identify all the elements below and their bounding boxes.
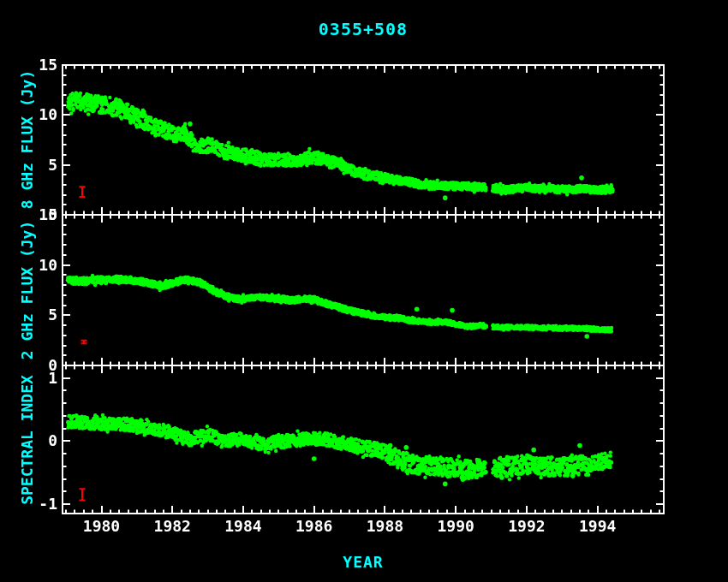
chart-canvas <box>0 0 728 582</box>
y-tick-label: 5 <box>13 157 57 174</box>
x-tick-label: 1980 <box>68 517 136 535</box>
y-tick-label: 1 <box>13 370 57 387</box>
y-tick-label: 0 <box>13 432 57 449</box>
y-axis-title-8ghz-flux: 8 GHz FLUX (Jy) <box>18 70 36 210</box>
y-tick-label: 5 <box>13 306 57 324</box>
y-tick-label: 10 <box>13 257 57 274</box>
y-tick-label: 10 <box>13 106 57 123</box>
x-tick-label: 1990 <box>421 517 490 535</box>
x-tick-label: 1986 <box>280 517 349 535</box>
chart-title: 0355+508 <box>63 19 664 39</box>
x-tick-label: 1992 <box>492 517 561 535</box>
light-curve-figure: 0355+508 8 GHz FLUX (Jy) 2 GHz FLUX (Jy)… <box>0 0 728 582</box>
x-axis-title: YEAR <box>63 553 664 571</box>
x-tick-label: 1984 <box>209 517 277 535</box>
x-tick-label: 1982 <box>138 517 206 535</box>
y-tick-label: 15 <box>13 206 57 223</box>
x-tick-label: 1994 <box>564 517 632 535</box>
y-tick-label: -1 <box>13 496 57 513</box>
y-tick-label: 15 <box>13 56 57 74</box>
y-axis-title-2ghz-flux: 2 GHz FLUX (Jy) <box>18 221 36 360</box>
x-tick-label: 1988 <box>350 517 419 535</box>
